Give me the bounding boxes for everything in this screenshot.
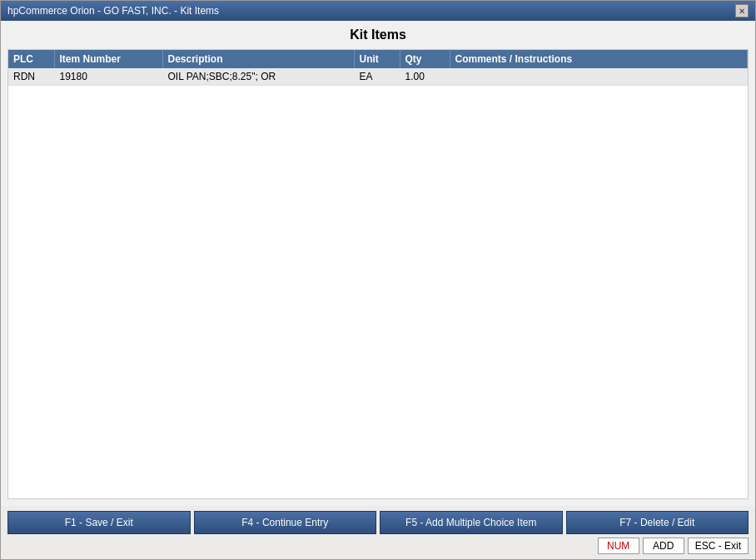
col-header-unit: Unit [354, 50, 400, 68]
footer-area: F1 - Save / Exit F4 - Continue Entry F5 … [1, 506, 755, 559]
cell-comments [450, 68, 748, 86]
footer-buttons: F1 - Save / Exit F4 - Continue Entry F5 … [7, 511, 749, 534]
num-status: NUM [598, 538, 639, 554]
status-bar: NUM ADD ESC - Exit [7, 538, 749, 554]
cell-unit: EA [354, 68, 400, 86]
kit-items-table: PLC Item Number Description Unit Qty Com… [8, 50, 748, 86]
col-header-qty: Qty [400, 50, 450, 68]
f5-add-multiple-choice-button[interactable]: F5 - Add Multiple Choice Item [380, 511, 563, 534]
title-bar: hpCommerce Orion - GO FAST, INC. - Kit I… [1, 1, 755, 21]
f7-delete-edit-button[interactable]: F7 - Delete / Edit [566, 511, 749, 534]
window-title: hpCommerce Orion - GO FAST, INC. - Kit I… [7, 5, 219, 17]
table-row[interactable]: RDN19180OIL PAN;SBC;8.25"; OREA1.00 [8, 68, 748, 86]
page-title: Kit Items [7, 27, 749, 42]
close-icon: ✕ [739, 7, 745, 16]
close-button[interactable]: ✕ [735, 4, 749, 17]
esc-status: ESC - Exit [688, 538, 749, 554]
cell-description: OIL PAN;SBC;8.25"; OR [162, 68, 354, 86]
cell-item_number: 19180 [54, 68, 162, 86]
f4-continue-entry-button[interactable]: F4 - Continue Entry [194, 511, 377, 534]
f1-save-exit-button[interactable]: F1 - Save / Exit [7, 511, 191, 534]
col-header-description: Description [162, 50, 354, 68]
cell-plc: RDN [8, 68, 54, 86]
cell-qty: 1.00 [400, 68, 450, 86]
col-header-item-number: Item Number [54, 50, 162, 68]
kit-items-table-container: PLC Item Number Description Unit Qty Com… [7, 49, 749, 499]
col-header-plc: PLC [8, 50, 54, 68]
table-header-row: PLC Item Number Description Unit Qty Com… [8, 50, 748, 68]
content-area: Kit Items PLC Item Number Description Un… [1, 21, 755, 506]
add-status: ADD [643, 538, 684, 554]
col-header-comments: Comments / Instructions [450, 50, 748, 68]
main-window: hpCommerce Orion - GO FAST, INC. - Kit I… [0, 0, 756, 560]
